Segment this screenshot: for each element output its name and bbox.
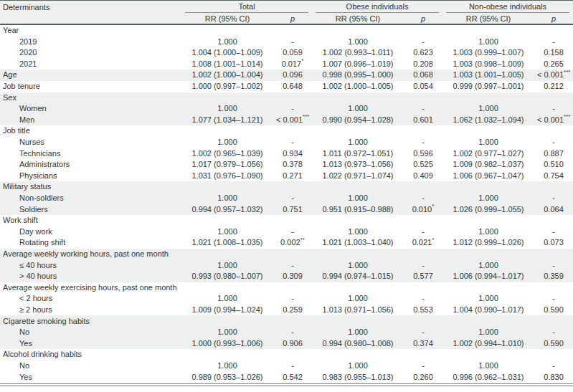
determinant-label: No — [0, 327, 181, 338]
rr-ci-cell: 1.000 — [181, 259, 273, 271]
rr-ci-cell: 1.008 (1.001–1.014) — [181, 59, 273, 70]
section-row: Year — [0, 24, 573, 37]
rr-ci-cell — [181, 249, 273, 260]
determinant-label: Men — [0, 115, 181, 126]
p-value-cell: 0.906 — [273, 338, 312, 350]
table-row: Non-soldiers1.000-1.000-1.000- — [0, 193, 573, 204]
rr-ci-cell: 1.000 — [442, 103, 534, 115]
p-value-cell — [404, 181, 442, 193]
rr-ci-cell: 1.000 — [442, 259, 534, 271]
p-value-cell: - — [273, 103, 312, 115]
significance-stars: * — [432, 204, 434, 209]
rr-ci-cell — [442, 249, 534, 260]
p-value-cell: - — [534, 37, 573, 48]
p-value-cell — [273, 249, 312, 260]
rr-ci-cell: 1.002 (0.994–1.010) — [442, 338, 534, 350]
rr-ci-cell — [312, 92, 404, 104]
rr-ci-cell: 1.000 — [181, 360, 273, 372]
table-row: Administrators1.017 (0.979–1.056)0.3781.… — [0, 159, 573, 171]
rr-ci-cell: 1.000 — [442, 360, 534, 372]
table-row: Rotating shift1.021 (1.008–1.035)0.002**… — [0, 237, 573, 249]
p-value-cell: 0.265 — [534, 59, 573, 70]
p-header: p — [404, 13, 442, 24]
table-row: 20201.004 (1.000–1.009)0.0591.002 (0.993… — [0, 47, 573, 59]
determinant-label: Women — [0, 103, 181, 115]
rr-ci-cell: 1.077 (1.034–1.121) — [181, 115, 273, 126]
rr-ci-cell: 0.999 (0.997–1.001) — [442, 81, 534, 92]
determinant-label: Cigarette smoking habits — [0, 315, 181, 327]
group-header-nonobese: Non-obese individuals — [442, 1, 573, 14]
determinant-label: Job title — [0, 125, 181, 137]
significance-stars: *** — [564, 115, 570, 120]
rr-ci-cell: 1.012 (0.999–1.026) — [442, 237, 534, 249]
p-value-cell: 0.542 — [273, 371, 312, 383]
rr-ci-cell: 1.022 (0.971–1.074) — [312, 171, 404, 182]
p-value-cell: - — [404, 293, 442, 305]
p-value-cell: 0.887 — [534, 148, 573, 160]
rr-ci-cell: 1.002 (0.977–1.027) — [442, 148, 534, 160]
rr-ci-cell — [442, 181, 534, 193]
p-value-cell — [534, 282, 573, 294]
p-value-cell — [534, 249, 573, 260]
p-value-cell: 0.510 — [534, 159, 573, 171]
determinant-label: No — [0, 360, 181, 372]
rr-ci-cell — [312, 349, 404, 360]
rr-ci-cell: 1.000 — [312, 103, 404, 115]
p-value-cell: 0.378 — [273, 159, 312, 171]
rr-ci-cell: 1.002 (1.000–1.004) — [181, 70, 273, 81]
rr-ci-cell: 1.013 (0.973–1.056) — [312, 159, 404, 171]
significance-stars: *** — [303, 115, 309, 120]
p-value-cell: 0.374 — [404, 338, 442, 350]
p-value-cell — [534, 349, 573, 360]
rr-ci-cell: 1.000 — [312, 259, 404, 271]
p-value-cell: 0.525 — [404, 159, 442, 171]
table-row: Technicians1.002 (0.965–1.039)0.9341.011… — [0, 148, 573, 160]
p-value-cell: - — [404, 193, 442, 204]
table-row: 20191.000-1.000-1.000- — [0, 37, 573, 48]
p-value-cell: < 0.001*** — [534, 115, 573, 126]
rr-ci-cell — [312, 282, 404, 294]
p-value-cell: - — [404, 137, 442, 148]
p-value-cell: < 0.001*** — [534, 70, 573, 81]
rr-ci-cell — [181, 315, 273, 327]
rr-ci-cell: 0.998 (0.995–1.000) — [312, 70, 404, 81]
p-header: p — [273, 13, 312, 24]
rr-ci-cell: 1.002 (0.965–1.039) — [181, 148, 273, 160]
p-value-cell: 0.590 — [534, 338, 573, 350]
table-row: Day work1.000-1.000-1.000- — [0, 226, 573, 238]
rr-ci-cell: 1.000 — [312, 137, 404, 148]
p-value-cell: - — [273, 37, 312, 48]
rr-ci-cell — [181, 125, 273, 137]
determinant-label: Average weekly exercising hours, past on… — [0, 282, 181, 294]
p-value-cell — [534, 181, 573, 193]
table-row: No1.000-1.000-1.000- — [0, 327, 573, 338]
p-value-cell: - — [404, 226, 442, 238]
table-row: Age1.002 (1.000–1.004)0.0960.998 (0.995–… — [0, 70, 573, 81]
rr-ci-cell: 1.004 (0.990–1.017) — [442, 305, 534, 316]
rr-ci-cell: 1.000 — [181, 327, 273, 338]
rr-ci-cell: 1.031 (0.976–1.090) — [181, 171, 273, 182]
rr-ci-cell — [181, 215, 273, 226]
p-value-cell — [404, 92, 442, 104]
rr-ci-cell: 1.000 — [442, 293, 534, 305]
p-value-cell: 0.054 — [404, 81, 442, 92]
p-value-cell: - — [404, 360, 442, 372]
rr-ci-cell: 1.002 (1.000–1.005) — [312, 81, 404, 92]
section-row: Work shift — [0, 215, 573, 226]
p-value-cell — [404, 125, 442, 137]
p-value-cell: 0.271 — [273, 171, 312, 182]
p-value-cell: 0.648 — [273, 81, 312, 92]
rr-ci-cell — [181, 24, 273, 37]
rr-ci-header: RR (95% CI) — [312, 13, 404, 24]
rr-ci-cell: 1.000 (0.997–1.002) — [181, 81, 273, 92]
determinant-label: Age — [0, 70, 181, 81]
p-value-cell: - — [273, 137, 312, 148]
rr-ci-cell — [312, 125, 404, 137]
section-row: Job title — [0, 125, 573, 137]
p-value-cell — [273, 315, 312, 327]
rr-ci-cell: 1.000 — [312, 293, 404, 305]
rr-ci-cell: 1.003 (0.999–1.007) — [442, 47, 534, 59]
p-value-cell: 0.409 — [404, 171, 442, 182]
determinant-label: Yes — [0, 371, 181, 383]
determinant-label: 2021 — [0, 59, 181, 70]
